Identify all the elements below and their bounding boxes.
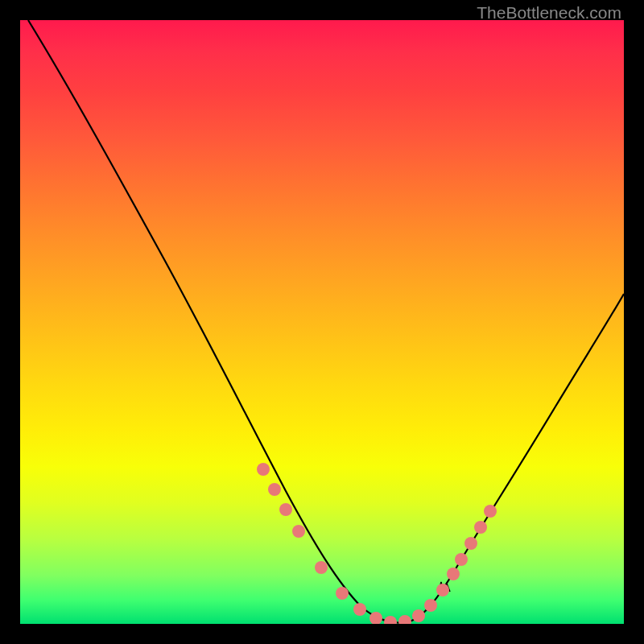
chart-container: TheBottleneck.com <box>0 0 644 644</box>
marker-dots-group <box>257 463 497 624</box>
marker-dot <box>315 561 328 574</box>
marker-dot <box>436 584 449 597</box>
marker-dot <box>279 503 292 516</box>
marker-dot <box>336 587 349 600</box>
marker-dot <box>268 483 281 496</box>
bottleneck-curve-path <box>28 20 624 623</box>
marker-dot <box>474 521 487 534</box>
marker-dot <box>455 553 468 566</box>
marker-dot <box>353 603 366 616</box>
marker-dot <box>292 525 305 538</box>
marker-dot <box>447 568 460 580</box>
marker-dot <box>484 505 497 518</box>
chart-svg <box>20 20 624 624</box>
marker-dot <box>464 537 477 550</box>
marker-dot <box>424 599 437 612</box>
marker-dot <box>257 463 270 476</box>
marker-dot <box>384 616 397 624</box>
marker-dot <box>412 609 425 622</box>
marker-dot <box>398 615 411 624</box>
watermark-text: TheBottleneck.com <box>477 3 621 23</box>
